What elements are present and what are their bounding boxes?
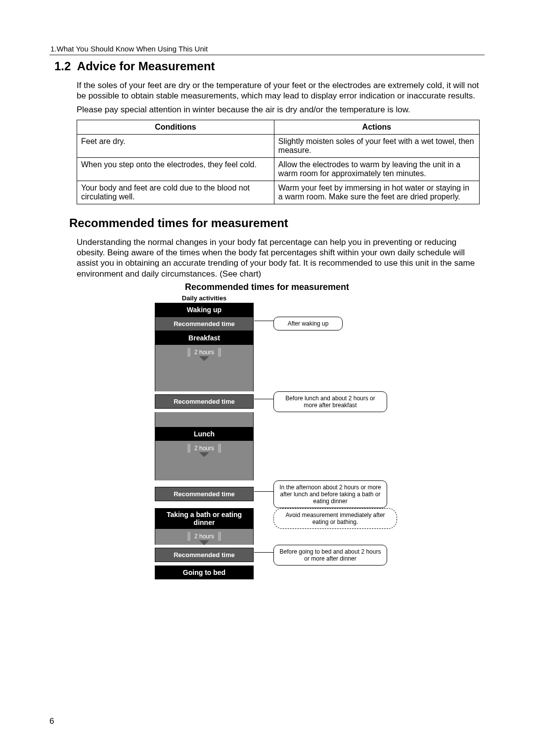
callout-before-bed: Before going to bed and about 2 hours or… [273, 545, 387, 566]
time-gap-spacer [155, 412, 254, 427]
cell-condition: Your body and feet are cold due to the b… [77, 181, 274, 204]
table-row: Feet are dry. Slightly moisten soles of … [77, 134, 480, 157]
section-title-text: Advice for Measurement [77, 59, 215, 73]
cell-action: Allow the electrodes to warm by leaving … [274, 157, 479, 181]
time-gap: 2 hours [155, 441, 254, 457]
callout-text: In the afternoon about 2 hours or more a… [279, 484, 381, 505]
section-number: 1.2 [54, 59, 71, 73]
two-hours-tag: 2 hours [187, 444, 221, 453]
cell-condition: Feet are dry. [77, 134, 274, 157]
activity-breakfast: Breakfast [155, 331, 254, 345]
section-title: 1.2 Advice for Measurement [54, 59, 485, 73]
callout-afternoon: In the afternoon about 2 hours or more a… [273, 480, 387, 508]
connector-line [254, 552, 274, 558]
chart-title: Recommended times for measurement [136, 282, 398, 292]
intro-paragraph-2: Please pay special attention in winter b… [77, 104, 480, 115]
two-hours-tag: 2 hours [187, 348, 221, 357]
connector-line [254, 399, 274, 405]
callout-before-lunch: Before lunch and about 2 hours or more a… [273, 391, 387, 412]
callout-avoid: Avoid measurement immediately after eati… [273, 508, 397, 529]
table-row: Your body and feet are cold due to the b… [77, 181, 480, 204]
recommended-time-box: Recommended time [155, 548, 254, 562]
page-number: 6 [49, 716, 54, 726]
recommended-time-box: Recommended time [155, 394, 254, 409]
intro-paragraph-1: If the soles of your feet are dry or the… [77, 80, 480, 101]
callout-text: Before going to bed and about 2 hours or… [280, 548, 381, 562]
section-header-small: 1.What You Should Know When Using This U… [49, 45, 485, 53]
daily-activities-label: Daily activities [155, 294, 254, 302]
activity-going-to-bed: Going to bed [155, 566, 254, 579]
recommended-time-box: Recommended time [155, 487, 254, 501]
table-row: When you step onto the electrodes, they … [77, 157, 480, 181]
callout-text: Avoid measurement immediately after eati… [285, 512, 385, 525]
two-hours-tag: 2 hours [187, 532, 221, 541]
callout-text: Before lunch and about 2 hours or more a… [285, 395, 375, 409]
cell-condition: When you step onto the electrodes, they … [77, 157, 274, 181]
th-conditions: Conditions [77, 120, 274, 134]
time-gap-spacer [155, 361, 254, 391]
callout-text: After waking up [288, 320, 329, 327]
activity-bath-dinner: Taking a bath or eating dinner [155, 508, 254, 529]
conditions-actions-table: Conditions Actions Feet are dry. Slightl… [77, 120, 480, 204]
time-gap: 2 hours [155, 529, 254, 545]
time-gap-spacer [155, 457, 254, 480]
cell-action: Slightly moisten soles of your feet with… [274, 134, 479, 157]
header-rule [49, 54, 485, 55]
sub-paragraph: Understanding the normal changes in your… [77, 237, 480, 279]
table-header-row: Conditions Actions [77, 120, 480, 134]
cell-action: Warm your feet by immersing in hot water… [274, 181, 479, 204]
connector-line [254, 491, 274, 497]
callout-after-waking: After waking up [273, 317, 343, 331]
connector-line [254, 321, 274, 327]
recommended-times-chart: Recommended times for measurement Daily … [136, 282, 398, 579]
subheading: Recommended times for measurement [69, 216, 485, 230]
recommended-time-box: Recommended time [155, 317, 254, 331]
activity-lunch: Lunch [155, 427, 254, 441]
activity-waking-up: Waking up [155, 303, 254, 317]
th-actions: Actions [274, 120, 479, 134]
time-gap: 2 hours [155, 345, 254, 361]
